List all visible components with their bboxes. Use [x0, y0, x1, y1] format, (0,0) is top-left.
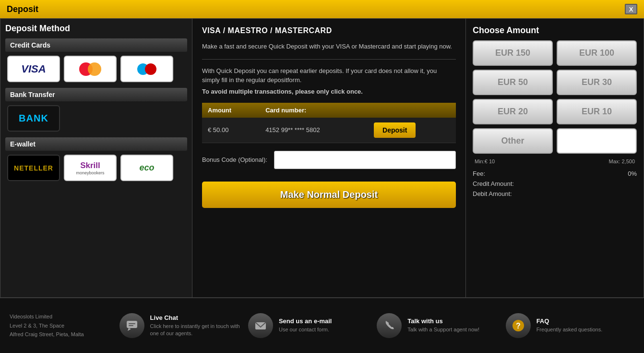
main-content: Deposit Method Credit Cards VISA Bank Tr [0, 18, 644, 298]
close-button[interactable]: X [625, 4, 637, 14]
faq-desc: Frequently asked questions. [537, 326, 634, 333]
other-amount-button[interactable]: Other [473, 128, 553, 154]
amount-100-button[interactable]: EUR 100 [557, 40, 637, 66]
bonus-row: Bonus Code (Optional): [202, 151, 456, 169]
deposit-table: Amount Card number: € 50.00 4152 99** **… [202, 103, 456, 143]
card-cell: 4152 99** **** 5802 [260, 118, 368, 143]
skrill-logo-top: Skrill [80, 161, 100, 170]
card-col-header: Card number: [260, 103, 368, 118]
fee-section: Fee: 0% Credit Amount: Debit Amount: [473, 170, 637, 197]
bank-icons: BANK [5, 105, 187, 132]
mastercard-logo [79, 62, 101, 76]
right-panel: Choose Amount EUR 150 EUR 100 EUR 50 EUR… [466, 19, 644, 297]
bonus-code-input[interactable] [274, 151, 456, 169]
action-col-header [368, 103, 456, 118]
debit-amount-label: Debit Amount: [473, 190, 512, 197]
fee-row: Fee: 0% [473, 170, 637, 177]
debit-amount-row: Debit Amount: [473, 190, 637, 197]
fee-value: 0% [628, 170, 637, 177]
live-chat-text: Live Chat Click here to instantly get in… [150, 314, 248, 338]
info-text-1: Make a fast and secure Quick Deposit wit… [202, 42, 456, 51]
email-svg [254, 319, 267, 332]
question-icon: ? [506, 313, 531, 338]
bank-transfer-header: Bank Transfer [5, 88, 187, 101]
make-normal-deposit-button[interactable]: Make Normal Deposit [202, 182, 456, 208]
faq-title: FAQ [537, 317, 634, 325]
info-text-3: To avoid multiple transactions, please o… [202, 88, 456, 95]
skrill-logo-sub: moneybookers [76, 170, 104, 175]
credit-amount-row: Credit Amount: [473, 180, 637, 187]
phone-item[interactable]: Talk with us Talk with a Support agent n… [377, 313, 505, 338]
email-icon [248, 313, 273, 338]
mastercard-button[interactable] [64, 56, 117, 82]
svg-rect-0 [127, 321, 137, 328]
faq-item[interactable]: ? FAQ Frequently asked questions. [506, 313, 634, 338]
amount-150-button[interactable]: EUR 150 [473, 40, 553, 66]
neteller-logo: NETELLER [14, 164, 53, 172]
bonus-code-label: Bonus Code (Optional): [202, 156, 267, 163]
left-panel: Deposit Method Credit Cards VISA Bank Tr [0, 19, 192, 297]
maestro-logo [137, 63, 156, 75]
divider-1 [202, 59, 456, 60]
amount-10-button[interactable]: EUR 10 [557, 99, 637, 124]
min-label: Min:€ 10 [475, 158, 495, 164]
payment-method-title: VISA / MAESTRO / MASTERCARD [202, 26, 456, 35]
table-row: € 50.00 4152 99** **** 5802 Deposit [202, 118, 456, 143]
amount-grid: EUR 150 EUR 100 EUR 50 EUR 30 EUR 20 EUR… [473, 40, 637, 154]
email-desc: Use our contact form. [279, 326, 377, 333]
svg-marker-1 [128, 328, 131, 331]
amount-col-header: Amount [202, 103, 260, 118]
phone-desc: Talk with a Support agent now! [407, 326, 505, 333]
phone-icon [377, 313, 402, 338]
bank-logo: BANK [19, 113, 48, 124]
svg-text:?: ? [516, 322, 521, 330]
amount-30-button[interactable]: EUR 30 [557, 70, 637, 95]
amount-50-button[interactable]: EUR 50 [473, 70, 553, 95]
credit-amount-label: Credit Amount: [473, 180, 514, 187]
min-max-row: Min:€ 10 Max: 2,500 [473, 158, 637, 164]
mae-red-circle [145, 63, 156, 75]
amount-cell: € 50.00 [202, 118, 260, 143]
email-text: Send us an e-mail Use our contact form. [279, 317, 377, 333]
eco-button[interactable]: eco [120, 155, 173, 181]
live-chat-desc: Click here to instantly get in touch wit… [150, 323, 248, 338]
visa-card-button[interactable]: VISA [7, 56, 60, 82]
ewallet-icons: NETELLER Skrill moneybookers eco [5, 155, 187, 181]
bank-transfer-button[interactable]: BANK [7, 105, 60, 132]
fee-label: Fee: [473, 170, 485, 177]
quick-deposit-button[interactable]: Deposit [374, 122, 416, 138]
company-name: Videoslots LimitedLevel 2 & 3, The Space… [10, 314, 84, 337]
ewallet-header: E-wallet [5, 137, 187, 151]
mc-yellow-circle [88, 62, 101, 76]
credit-card-icons: VISA [5, 56, 187, 82]
live-chat-title: Live Chat [150, 314, 248, 321]
maestro-button[interactable] [120, 56, 173, 82]
chat-icon [119, 313, 144, 338]
email-title: Send us an e-mail [279, 317, 377, 325]
faq-text: FAQ Frequently asked questions. [537, 317, 634, 333]
credit-cards-header: Credit Cards [5, 38, 187, 52]
middle-panel: VISA / MAESTRO / MASTERCARD Make a fast … [192, 19, 466, 297]
visa-logo: VISA [21, 63, 46, 75]
chat-svg [125, 319, 139, 332]
custom-amount-input[interactable] [557, 128, 637, 154]
max-label: Max: 2,500 [609, 158, 635, 164]
live-chat-item[interactable]: Live Chat Click here to instantly get in… [119, 313, 248, 338]
deposit-method-heading: Deposit Method [5, 24, 187, 34]
title-bar: Deposit X [0, 0, 644, 18]
phone-title: Talk with us [407, 317, 505, 325]
phone-svg [382, 319, 396, 332]
amount-20-button[interactable]: EUR 20 [473, 99, 553, 124]
email-item[interactable]: Send us an e-mail Use our contact form. [248, 313, 377, 338]
svg-rect-2 [129, 323, 135, 324]
choose-amount-heading: Choose Amount [473, 25, 637, 36]
info-text-2: With Quick Deposit you can repeat earlie… [202, 66, 456, 85]
company-info: Videoslots LimitedLevel 2 & 3, The Space… [10, 312, 119, 339]
dialog-title: Deposit [7, 4, 38, 14]
neteller-button[interactable]: NETELLER [7, 155, 60, 181]
phone-text: Talk with us Talk with a Support agent n… [407, 317, 505, 333]
faq-svg: ? [512, 319, 525, 332]
svg-rect-3 [129, 325, 133, 326]
footer: Videoslots LimitedLevel 2 & 3, The Space… [0, 298, 644, 353]
skrill-button[interactable]: Skrill moneybookers [64, 155, 117, 181]
